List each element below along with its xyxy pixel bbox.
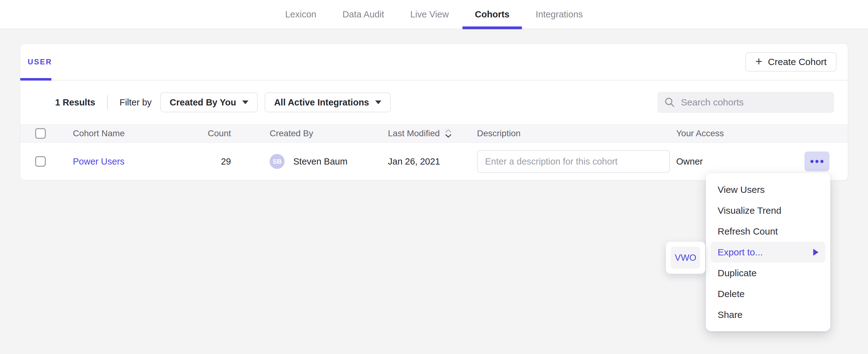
menu-item-duplicate[interactable]: Duplicate — [711, 262, 825, 283]
overflow-dots-icon — [820, 160, 824, 163]
cohort-count: 29 — [182, 157, 231, 167]
created-by-dropdown-label: Created By You — [170, 97, 236, 108]
chevron-down-icon — [242, 100, 248, 104]
overflow-dots-icon — [810, 160, 813, 163]
nav-tab-integrations[interactable]: Integrations — [536, 0, 583, 29]
last-modified-date: Jan 26, 2021 — [388, 157, 477, 167]
submenu-arrow-icon — [813, 249, 818, 256]
row-checkbox[interactable] — [35, 156, 46, 167]
cohort-name-link[interactable]: Power Users — [73, 157, 125, 166]
create-cohort-label: Create Cohort — [768, 57, 827, 67]
select-all-checkbox[interactable] — [35, 128, 46, 139]
top-navigation: Lexicon Data Audit Live View Cohorts Int… — [0, 0, 868, 29]
chevron-down-icon — [375, 100, 381, 104]
sort-icon[interactable] — [444, 128, 453, 139]
menu-item-visualize-trend[interactable]: Visualize Trend — [711, 200, 825, 221]
row-overflow-menu-button[interactable] — [805, 152, 829, 171]
column-header-count: Count — [182, 128, 231, 138]
vertical-divider — [107, 95, 108, 109]
search-icon — [664, 97, 675, 108]
integrations-filter-label: All Active Integrations — [274, 97, 369, 108]
create-cohort-button[interactable]: + Create Cohort — [745, 52, 837, 71]
nav-tab-data-audit[interactable]: Data Audit — [342, 0, 384, 29]
card-header: USER + Create Cohort — [20, 44, 848, 81]
menu-item-refresh-count[interactable]: Refresh Count — [711, 221, 825, 242]
column-header-last-modified[interactable]: Last Modified — [388, 128, 477, 139]
column-header-cohort-name: Cohort Name — [73, 128, 182, 138]
menu-item-view-users[interactable]: View Users — [711, 179, 825, 200]
export-submenu: VWO — [666, 242, 705, 274]
overflow-dots-icon — [815, 160, 818, 163]
nav-tab-lexicon[interactable]: Lexicon — [285, 0, 316, 29]
column-header-description: Description — [477, 128, 676, 138]
row-context-menu: View Users Visualize Trend Refresh Count… — [706, 173, 830, 331]
menu-item-delete[interactable]: Delete — [711, 283, 825, 304]
avatar: SB — [270, 154, 284, 169]
filter-by-label: Filter by — [120, 97, 152, 108]
nav-tabs: Lexicon Data Audit Live View Cohorts Int… — [285, 0, 583, 29]
nav-tab-live-view[interactable]: Live View — [410, 0, 449, 29]
created-by-name: Steven Baum — [293, 157, 347, 167]
menu-item-share[interactable]: Share — [711, 304, 825, 325]
search-input[interactable] — [681, 97, 827, 108]
column-header-created-by: Created By — [270, 128, 388, 138]
table-header: Cohort Name Count Created By Last Modifi… — [20, 124, 848, 143]
access-level: Owner — [676, 157, 703, 167]
results-count: 1 Results — [55, 97, 95, 108]
menu-item-export-to[interactable]: Export to... — [711, 242, 825, 262]
integrations-filter-dropdown[interactable]: All Active Integrations — [265, 92, 391, 112]
search-box — [657, 92, 834, 113]
cohorts-card: USER + Create Cohort 1 Results Filter by… — [20, 43, 848, 181]
column-header-your-access: Your Access — [676, 128, 848, 138]
created-by-dropdown[interactable]: Created By You — [160, 92, 258, 112]
tab-user[interactable]: USER — [28, 58, 52, 66]
plus-icon: + — [755, 55, 762, 67]
submenu-item-vwo[interactable]: VWO — [671, 247, 700, 269]
nav-tab-cohorts[interactable]: Cohorts — [475, 0, 509, 29]
filter-row: 1 Results Filter by Created By You All A… — [20, 81, 848, 124]
description-input[interactable] — [477, 150, 670, 173]
